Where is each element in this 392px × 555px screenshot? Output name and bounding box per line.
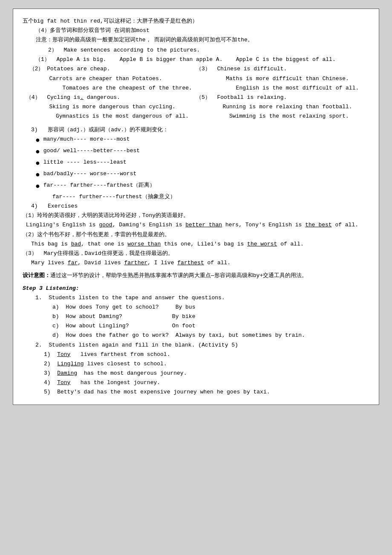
ex2-3c: English is the most difficult of all. <box>196 84 369 93</box>
step3-2: 2. Students listen again and fill in the… <box>35 341 369 350</box>
ex2-45-row: （4） Cycling is. dangerous. Skiing is mor… <box>23 93 369 121</box>
ex4-2-en: This bag is bad, that one is worse than … <box>31 240 369 249</box>
col-right-45: （5） Football is relaxing. Running is mor… <box>196 93 369 121</box>
ex2-4a: （4） Cycling is. dangerous. <box>23 93 196 102</box>
fill1: 1) Tony lives farthest from school. <box>44 350 369 359</box>
bullet-4: ● bad/badly---- worse----worst <box>35 169 369 181</box>
ex2-2b: Carrots are cheaper than Potatoes. <box>23 74 196 84</box>
bullet-dot-5a: ● <box>35 181 40 192</box>
ex2-1: （1） Apple A is big. Apple B is bigger th… <box>35 55 369 64</box>
col-left-45: （4） Cycling is. dangerous. Skiing is mor… <box>23 93 196 121</box>
ex4-3-en: Mary lives far, David lives farther, I l… <box>31 258 369 268</box>
ex2-3a: （3） Chinese is difficult. <box>196 64 369 74</box>
ex2-5c: Swimming is the most relaxing sport. <box>196 112 369 121</box>
bullet-text-2: good/ well-----better----best <box>43 146 140 156</box>
step3-1: 1. Students listen to the tape and answe… <box>35 293 369 303</box>
bullet-dot-1: ● <box>35 135 40 146</box>
fill5: 5) Betty's dad has the most expensive jo… <box>44 387 369 397</box>
ex2-4c: Gymnastics is the most dangerous of all. <box>23 112 196 121</box>
col-left-23: （2） Potatoes are cheap. Carrots are chea… <box>23 64 196 92</box>
design-note: 设计意图：通过这一环节的设计，帮助学生熟悉并熟练掌握本节课的两大重点—形容词最高… <box>23 271 369 280</box>
intro-line: 五个big fat hot thin red,可以这样记：大胖子热瘦子是红色的） <box>23 17 369 26</box>
bullet-5b: far---- further----furthest（抽象意义） <box>52 192 369 202</box>
ex4-3-cn: （3） Mary住得很远，David住得更远，我是住得最远的。 <box>23 249 369 258</box>
bullet-2: ● good/ well-----better----best <box>35 146 369 158</box>
note: 注意：形容词的最高级前一般要加定冠词the， 而副词的最高级前则可加也可不加th… <box>23 35 369 45</box>
bullet-3: ● little ---- less----least <box>35 158 369 169</box>
bullet-text-3: little ---- less----least <box>43 158 127 167</box>
bullet-1: ● many/much---- more----most <box>35 135 369 146</box>
ex4-1-cn: （1）玲玲的英语很好，大明的英语比玲玲还好，Tony的英语最好。 <box>23 211 369 220</box>
step3-b: b) How about Daming? By bike <box>52 312 369 321</box>
fill4: 4) Tony has the longest journey. <box>44 378 369 387</box>
exercise2-header: 2） Make sentences according to the pictu… <box>48 46 369 55</box>
bullet-dot-3: ● <box>35 158 40 169</box>
ex2-4b: Skiing is more dangerous than cycling. <box>23 102 196 112</box>
section4-header: 4) Exercises <box>31 202 369 211</box>
ex4-1-en: Lingling's English is good, Daming's Eng… <box>23 220 369 230</box>
rule4: （4）多音节词和部分双音节词 在词前加most <box>35 26 369 35</box>
bullet-dot-2: ● <box>35 146 40 158</box>
fill2: 2) Lingling lives closest to school. <box>44 359 369 369</box>
bullet-text-4: bad/badly---- worse----worst <box>43 169 136 179</box>
step3-d: d) How does the father go to work? Alway… <box>52 331 369 340</box>
ex2-2c: Tomatoes are the cheapest of the three. <box>23 84 196 93</box>
ex2-23-row: （2） Potatoes are cheap. Carrots are chea… <box>23 64 369 92</box>
section3-header: 3) 形容词（adj.）或副词（adv.）的不规则变化： <box>31 125 369 135</box>
fill3: 3) Daming has the most dangerous journey… <box>44 369 369 378</box>
bullet-text-1: many/much---- more----most <box>43 135 130 144</box>
page-container: 五个big fat hot thin red,可以这样记：大胖子热瘦子是红色的）… <box>13 9 379 405</box>
bullet-dot-4: ● <box>35 169 40 181</box>
ex4-2-cn: （2）这个书包不好，那个书包更差，李雷的书包是最差的。 <box>23 230 369 240</box>
ex2-2a: （2） Potatoes are cheap. <box>23 64 196 74</box>
bullet-5a: ● far---- farther----farthest（距离） <box>35 181 369 192</box>
step3-c: c) How about Lingling? On foot <box>52 321 369 331</box>
ex2-5b: Running is more relaxing than football. <box>196 102 369 112</box>
bullet-text-5a: far---- farther----farthest（距离） <box>43 181 156 190</box>
step3-a: a) How does Tony get to school? By bus <box>52 303 369 312</box>
step3-header: Step 3 Listening: <box>23 284 369 293</box>
ex2-3b: Maths is more difficult than Chinese. <box>196 74 369 84</box>
col-right-23: （3） Chinese is difficult. Maths is more … <box>196 64 369 92</box>
ex2-5a: （5） Football is relaxing. <box>196 93 369 102</box>
